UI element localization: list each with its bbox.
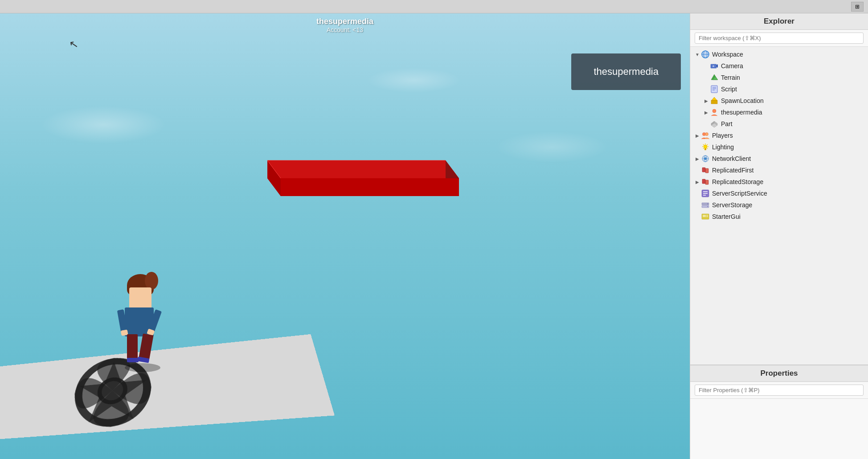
char-shadow: [125, 363, 160, 372]
workspace-label: Workspace: [712, 51, 743, 58]
svg-rect-20: [711, 86, 717, 93]
part-label: Part: [721, 120, 733, 127]
workspace-arrow[interactable]: [694, 51, 701, 58]
svg-line-10: [267, 160, 281, 178]
svg-marker-7: [267, 160, 281, 196]
serverstorage-icon: [701, 201, 710, 209]
svg-marker-8: [281, 178, 459, 196]
replicatedstorage-icon: [701, 177, 710, 186]
properties-section: Properties: [690, 365, 868, 459]
char-leg-left: [127, 334, 138, 359]
spawnlocation-arrow[interactable]: [703, 97, 710, 104]
tree-item-workspace[interactable]: Workspace: [690, 49, 868, 60]
right-panel: Explorer Workspace: [690, 13, 868, 459]
svg-rect-41: [704, 148, 706, 150]
thesupermedia-arrow[interactable]: [703, 109, 710, 116]
players-label: Players: [712, 132, 733, 139]
cursor-arrow: ↖: [68, 37, 79, 51]
tree-item-spawnlocation[interactable]: SpawnLocation: [690, 95, 868, 107]
tree-item-terrain[interactable]: Terrain: [690, 72, 868, 83]
tree-item-replicatedfirst[interactable]: ReplicatedFirst: [690, 164, 868, 176]
account-display: Account: <13: [316, 26, 373, 33]
svg-rect-47: [702, 168, 705, 172]
svg-point-17: [712, 65, 715, 67]
terrain-icon: [710, 73, 719, 82]
tree-item-startergui[interactable]: StarterGui: [690, 211, 868, 222]
window-icon[interactable]: ⊞: [851, 2, 864, 12]
tree-view[interactable]: Workspace Camera: [690, 47, 868, 365]
username-box: thesupermedia: [571, 53, 681, 90]
svg-marker-5: [446, 160, 459, 196]
part-icon: [710, 119, 719, 128]
networkclient-arrow[interactable]: [694, 155, 701, 162]
tree-item-networkclient[interactable]: NetworkClient: [690, 153, 868, 164]
lighting-icon: [701, 143, 710, 152]
svg-line-40: [703, 148, 704, 149]
explorer-header: Explorer: [690, 13, 868, 30]
character: [118, 274, 167, 372]
terrain-label: Terrain: [721, 74, 740, 81]
char-legs: [127, 334, 151, 361]
user-info: thesupermedia Account: <13: [316, 17, 373, 33]
svg-rect-49: [702, 179, 705, 184]
tree-item-serverstorage[interactable]: ServerStorage: [690, 199, 868, 211]
tree-item-camera[interactable]: Camera: [690, 60, 868, 72]
top-bar: ⊞: [0, 0, 868, 13]
properties-header: Properties: [690, 365, 868, 382]
svg-line-38: [707, 148, 708, 149]
tree-item-lighting[interactable]: Lighting: [690, 141, 868, 153]
camera-icon: [710, 61, 719, 70]
svg-line-39: [707, 144, 708, 145]
char-foot-left: [127, 358, 139, 362]
explorer-section: Explorer Workspace: [690, 13, 868, 365]
tree-item-replicatedstorage[interactable]: ReplicatedStorage: [690, 176, 868, 188]
tree-item-serverscriptservice[interactable]: ServerScriptService: [690, 188, 868, 199]
players-arrow[interactable]: [694, 132, 701, 139]
explorer-filter-bar: [690, 30, 868, 47]
tree-item-part[interactable]: Part: [690, 118, 868, 130]
workspace-icon: [701, 50, 710, 59]
char-arm-left: [117, 309, 127, 332]
svg-rect-48: [705, 168, 708, 173]
replicatedstorage-label: ReplicatedStorage: [712, 178, 763, 185]
replicatedstorage-arrow[interactable]: [694, 178, 701, 185]
script-icon: [710, 85, 719, 94]
serverscriptservice-label: ServerScriptService: [712, 190, 767, 197]
ground-platform: [0, 334, 335, 440]
char-arm-right: [148, 309, 162, 332]
tree-item-script[interactable]: Script: [690, 83, 868, 95]
username-display: thesupermedia: [316, 17, 373, 26]
properties-content: [690, 399, 868, 459]
players-icon: [701, 131, 710, 140]
properties-filter-bar: [690, 382, 868, 399]
char-hand-left: [121, 329, 128, 336]
svg-rect-24: [711, 100, 717, 104]
camera-label: Camera: [721, 62, 743, 70]
networkclient-label: NetworkClient: [712, 155, 751, 162]
svg-marker-6: [267, 178, 459, 196]
properties-filter-input[interactable]: [695, 385, 864, 396]
char-foot-right: [137, 357, 149, 363]
startergui-icon: [701, 212, 710, 221]
script-label: Script: [721, 86, 737, 93]
svg-rect-62: [706, 216, 708, 217]
svg-point-57: [707, 204, 708, 205]
svg-rect-60: [703, 215, 706, 217]
svg-point-26: [712, 109, 716, 113]
startergui-label: StarterGui: [712, 213, 741, 220]
svg-point-2: [99, 378, 126, 404]
svg-marker-16: [717, 64, 718, 68]
svg-marker-25: [712, 97, 717, 100]
svg-rect-50: [705, 180, 708, 184]
svg-marker-3: [76, 358, 147, 423]
replicatedfirst-icon: [701, 166, 710, 175]
viewport[interactable]: thesupermedia Account: <13 thesupermedia…: [0, 13, 690, 459]
serverscriptservice-icon: [701, 189, 710, 198]
tree-item-players[interactable]: Players: [690, 130, 868, 141]
explorer-filter-input[interactable]: [695, 33, 864, 44]
svg-point-14: [702, 51, 709, 58]
spawnlocation-icon: [710, 96, 719, 105]
thesupermedia-label: thesupermedia: [721, 109, 762, 116]
networkclient-icon: [701, 154, 710, 163]
tree-item-thesupermedia[interactable]: thesupermedia: [690, 107, 868, 118]
